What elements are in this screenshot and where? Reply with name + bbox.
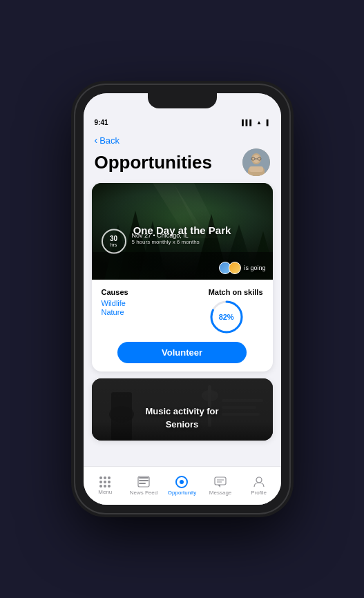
svg-rect-29 (139, 477, 149, 479)
badge-unit: hrs (111, 242, 117, 247)
user-avatar[interactable] (242, 148, 270, 176)
going-avatar-2 (229, 262, 241, 274)
cause-nature: Nature (102, 308, 128, 316)
profile-icon (253, 476, 265, 488)
back-chevron-icon: ‹ (95, 135, 98, 146)
match-col: Match on skills 82% (209, 288, 263, 335)
opportunity-icon (175, 476, 188, 488)
card-schedule: 5 hours monthly x 6 months (132, 239, 200, 245)
back-button[interactable]: ‹ Back (95, 135, 270, 146)
wifi-icon: ▲ (256, 119, 262, 126)
card-image-1: One Day at the Park 30 hrs Nov 27 • Chic… (92, 183, 273, 280)
opportunity-card-1: One Day at the Park 30 hrs Nov 27 • Chic… (92, 183, 273, 372)
card-date: Nov 27 • Chicago, IL (132, 232, 200, 239)
phone-screen: 9:41 ▌▌▌ ▲ ▐ ‹ Back Opportunities (84, 93, 281, 505)
header-row: Opportunities (95, 148, 270, 176)
screen-content: 9:41 ▌▌▌ ▲ ▐ ‹ Back Opportunities (84, 93, 281, 466)
notch (148, 93, 217, 108)
nav-label-profile: Profile (251, 490, 267, 496)
card-info: Nov 27 • Chicago, IL 5 hours monthly x 6… (132, 232, 200, 245)
nav-item-opportunity[interactable]: Opportunity (163, 476, 202, 496)
nav-item-profile[interactable]: Profile (240, 476, 278, 496)
causes-list: Wildlife Nature (102, 299, 128, 316)
badge-number: 30 (110, 235, 117, 242)
card-meta: Causes Wildlife Nature Match on skills (102, 288, 263, 335)
match-percent: 82% (219, 313, 234, 321)
svg-rect-30 (139, 480, 149, 481)
header: ‹ Back Opportunities (84, 132, 281, 183)
svg-rect-4 (249, 166, 263, 172)
svg-rect-33 (215, 477, 226, 485)
preview-title: Music activity forSeniors (92, 405, 273, 431)
cause-wildlife: Wildlife (102, 299, 128, 307)
opportunity-card-2[interactable]: Music activity forSeniors (92, 378, 273, 441)
avatar-svg (242, 148, 270, 176)
preview-image: Music activity forSeniors (92, 378, 273, 441)
svg-point-37 (256, 477, 262, 483)
hours-badge: 30 hrs (102, 229, 126, 253)
page-title: Opportunities (95, 152, 212, 173)
signal-icon: ▌▌▌ (242, 119, 253, 126)
nav-item-message[interactable]: Message (201, 476, 240, 496)
going-text: is going (244, 264, 265, 271)
svg-rect-31 (139, 483, 146, 484)
volunteer-button[interactable]: Volunteer (117, 342, 247, 363)
svg-marker-34 (218, 485, 220, 488)
nav-item-menu[interactable]: Menu (86, 476, 125, 495)
status-bar: 9:41 ▌▌▌ ▲ ▐ (84, 113, 281, 132)
status-icons: ▌▌▌ ▲ ▐ (242, 119, 269, 126)
nav-label-newsfeed: News Feed (130, 490, 157, 496)
menu-icon (99, 476, 111, 488)
battery-icon: ▐ (265, 119, 269, 126)
opportunity-icon-inner (180, 480, 184, 484)
nav-label-menu: Menu (98, 489, 112, 495)
preview-title-text: Music activity forSeniors (145, 406, 218, 430)
match-label: Match on skills (209, 288, 263, 296)
nav-item-newsfeed[interactable]: News Feed (124, 476, 163, 496)
cards-container: One Day at the Park 30 hrs Nov 27 • Chic… (84, 183, 281, 449)
card-body-1: Causes Wildlife Nature Match on skills (92, 280, 273, 372)
newsfeed-icon (137, 476, 150, 488)
avatar-placeholder (242, 148, 270, 176)
causes-label: Causes (102, 288, 128, 296)
bottom-nav: Menu News Feed Opportunity (84, 466, 281, 505)
status-time: 9:41 (95, 119, 108, 126)
back-label: Back (99, 135, 119, 146)
nav-label-opportunity: Opportunity (168, 490, 196, 496)
going-avatars (219, 262, 241, 274)
causes-col: Causes Wildlife Nature (102, 288, 128, 316)
message-icon (214, 476, 227, 488)
nav-label-message: Message (209, 490, 231, 496)
match-circle: 82% (209, 299, 245, 335)
phone-shell: 9:41 ▌▌▌ ▲ ▐ ‹ Back Opportunities (75, 85, 289, 513)
card-going: is going (219, 262, 265, 274)
